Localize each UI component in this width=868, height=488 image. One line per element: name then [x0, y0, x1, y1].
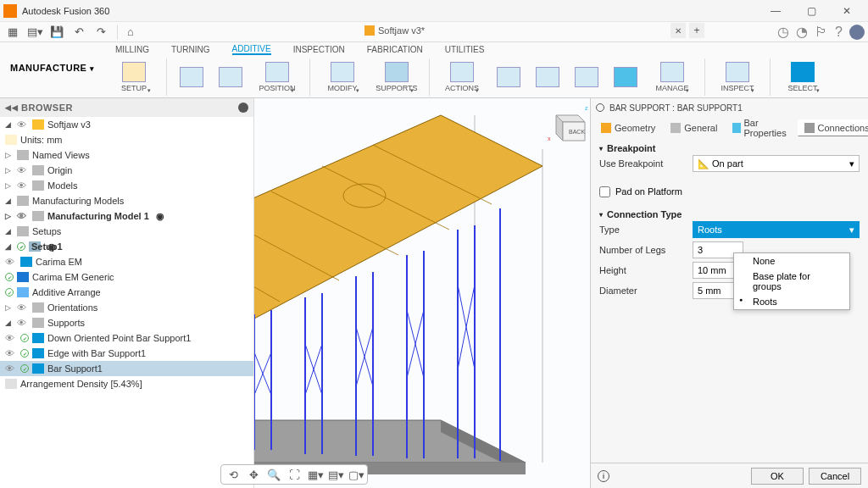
browser-options-icon[interactable] — [238, 103, 248, 113]
svg-text:x: x — [548, 136, 551, 141]
browser-panel: ◀◀ BROWSER ◢👁Softjaw v3 Units: mm ▷Named… — [0, 98, 254, 488]
maximize-button[interactable]: ▢ — [793, 1, 829, 21]
view-cube[interactable]: BACK z x — [544, 102, 581, 139]
svg-text:z: z — [585, 105, 588, 111]
user-avatar[interactable] — [849, 25, 865, 40]
gcode-tool[interactable] — [608, 60, 643, 94]
file-menu[interactable]: ▤▾ — [25, 24, 44, 41]
home-icon[interactable]: ⌂ — [121, 24, 140, 41]
node-origin[interactable]: ▷👁Origin — [0, 163, 253, 178]
node-models[interactable]: ▷👁Models — [0, 178, 253, 193]
app-icon — [3, 4, 17, 18]
option-base-plate[interactable]: Base plate for groups — [734, 269, 849, 294]
manage-tool[interactable]: MANAGE — [647, 60, 698, 94]
position-tool[interactable]: POSITION — [252, 60, 303, 94]
tab-bar-properties[interactable]: Bar Properties — [726, 114, 795, 141]
redo-icon[interactable]: ↷ — [92, 24, 110, 41]
browser-collapse-icon[interactable]: ◀◀ — [5, 103, 18, 112]
document-icon — [364, 25, 375, 36]
select-tool[interactable]: SELECT — [777, 60, 828, 94]
node-arrangement-density[interactable]: Arrangement Density [5.43%] — [0, 376, 253, 391]
tab-connections[interactable]: Connections — [798, 119, 868, 136]
view-nav-bar: ⟲ ✥ 🔍 ⛶ ▦▾ ▤▾ ▢▾ — [220, 464, 368, 485]
post-tool[interactable] — [569, 60, 604, 94]
combo-type[interactable]: Roots▾ — [693, 221, 860, 238]
job-status-icon[interactable]: ◔ — [796, 24, 808, 40]
tab-additive[interactable]: ADDITIVE — [232, 44, 271, 55]
sim-tool[interactable] — [491, 60, 526, 94]
quick-access-bar: ▦ ▤▾ 💾 ↶ ↷ ⌂ Softjaw v3* ✕ + ◷ ◔ 🏳 ? — [0, 22, 868, 42]
node-setup1[interactable]: ◢✔Setup1◉ — [0, 239, 253, 254]
ok-button[interactable]: OK — [751, 468, 804, 485]
tab-new-button[interactable]: + — [689, 23, 704, 38]
svg-text:BACK: BACK — [569, 129, 585, 135]
node-mfg-model1[interactable]: ▷👁Manufacturing Model 1◉ — [0, 208, 253, 224]
tab-fabrication[interactable]: FABRICATION — [367, 45, 423, 54]
workspace-switcher[interactable]: MANUFACTURE — [0, 42, 105, 97]
node-additive-arrange[interactable]: ✔Additive Arrange — [0, 285, 253, 300]
node-carima-generic[interactable]: ✔Carima EM Generic — [0, 269, 253, 285]
tab-close-button[interactable]: ✕ — [670, 23, 686, 38]
orient-tool[interactable] — [213, 60, 248, 94]
tab-inspection[interactable]: INSPECTION — [293, 45, 345, 54]
grid-icon[interactable]: ▤▾ — [328, 469, 342, 481]
section-connection-type[interactable]: Connection Type — [599, 209, 860, 219]
close-button[interactable]: ✕ — [829, 1, 865, 21]
type-dropdown: None Base plate for groups Roots — [733, 252, 850, 310]
orbit-icon[interactable]: ⟲ — [226, 469, 240, 481]
combo-use-breakpoint[interactable]: 📐 On part▾ — [693, 155, 860, 172]
ribbon: MANUFACTURE MILLING TURNING ADDITIVE INS… — [0, 42, 868, 98]
tab-milling[interactable]: MILLING — [115, 45, 149, 54]
browser-header[interactable]: ◀◀ BROWSER — [0, 98, 253, 117]
tab-utilities[interactable]: UTILITIES — [445, 45, 485, 54]
pan-icon[interactable]: ✥ — [247, 469, 260, 481]
minimize-button[interactable]: — — [758, 1, 793, 21]
checkbox-pad-on-platform[interactable]: Pad on Platform — [599, 182, 860, 201]
properties-panel: BAR SUPPORT : BAR SUPPORT1 Geometry Gene… — [590, 98, 868, 488]
display-settings-icon[interactable]: ▦▾ — [308, 469, 321, 481]
save-icon[interactable]: 💾 — [47, 24, 66, 41]
pin-icon[interactable] — [596, 103, 604, 112]
label-use-breakpoint: Use Breakpoint — [599, 158, 693, 169]
extensions-icon[interactable]: ◷ — [777, 24, 789, 40]
node-named-views[interactable]: ▷Named Views — [0, 147, 253, 163]
fit-icon[interactable]: ⛶ — [287, 469, 301, 481]
node-down-point-support[interactable]: 👁✔Down Oriented Point Bar Support1 — [0, 330, 253, 346]
supports-tool[interactable]: SUPPORTS — [371, 60, 422, 94]
zoom-icon[interactable]: 🔍 — [267, 469, 281, 481]
node-setups[interactable]: ◢Setups — [0, 224, 253, 239]
option-none[interactable]: None — [734, 253, 849, 269]
undo-icon[interactable]: ↶ — [70, 24, 88, 41]
panel-tabs: Geometry General Bar Properties Connecti… — [591, 117, 868, 139]
node-bar-support1[interactable]: 👁✔Bar Support1 — [0, 361, 253, 376]
cancel-button[interactable]: Cancel — [809, 468, 861, 485]
modify-tool[interactable]: MODIFY — [317, 60, 368, 94]
tab-general[interactable]: General — [664, 119, 724, 136]
info-icon[interactable]: i — [598, 470, 609, 482]
help-icon[interactable]: ? — [835, 25, 843, 40]
actions-tool[interactable]: ACTIONS — [437, 60, 487, 94]
apps-icon[interactable]: ▦ — [3, 24, 22, 41]
ribbon-tab-row: MILLING TURNING ADDITIVE INSPECTION FABR… — [105, 42, 868, 57]
node-units[interactable]: Units: mm — [0, 132, 253, 147]
node-carima-em[interactable]: 👁Carima EM — [0, 254, 253, 269]
setup-tool[interactable]: SETUP — [108, 60, 159, 94]
option-roots[interactable]: Roots — [734, 294, 849, 309]
notification-icon[interactable]: 🏳 — [815, 25, 828, 40]
node-orientations[interactable]: ▷👁Orientations — [0, 300, 253, 315]
node-supports[interactable]: ◢👁Supports — [0, 315, 253, 330]
section-breakpoint[interactable]: Breakpoint — [599, 143, 860, 153]
viewport-icon[interactable]: ▢▾ — [348, 469, 362, 481]
label-height: Height — [599, 265, 693, 275]
tab-geometry[interactable]: Geometry — [594, 119, 662, 136]
node-edge-bar-support[interactable]: 👁✔Edge with Bar Support1 — [0, 346, 253, 361]
node-mfg-models[interactable]: ◢Manufacturing Models — [0, 193, 253, 208]
label-diameter: Diameter — [599, 286, 693, 296]
nc-tool[interactable] — [530, 60, 565, 94]
node-root[interactable]: ◢👁Softjaw v3 — [0, 117, 253, 132]
move-tool[interactable] — [174, 60, 209, 94]
label-number-of-legs: Number of Legs — [599, 245, 693, 255]
inspect-tool[interactable]: INSPECT — [712, 60, 763, 94]
tab-turning[interactable]: TURNING — [171, 45, 210, 54]
document-tab[interactable]: Softjaw v3* ✕ + — [364, 23, 704, 38]
